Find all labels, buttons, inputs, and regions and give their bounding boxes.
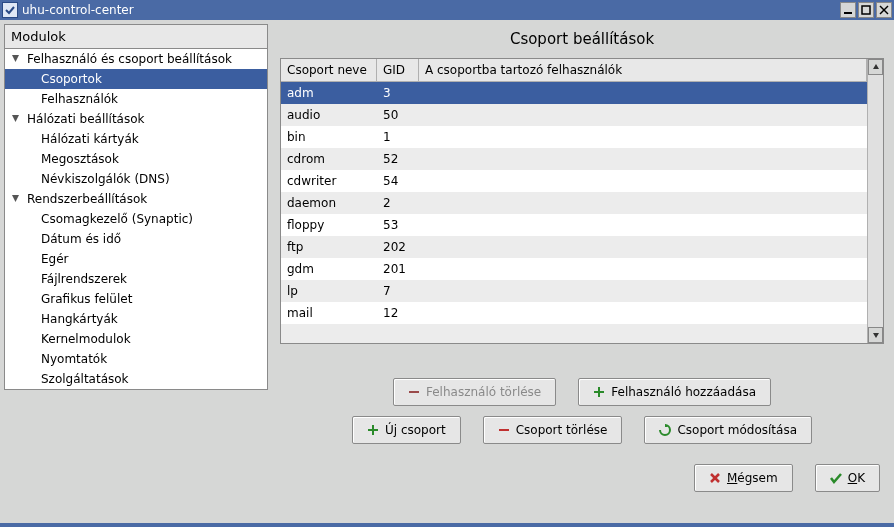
cell-group-name: floppy	[281, 218, 377, 232]
window-title: uhu-control-center	[22, 3, 838, 17]
tree-item[interactable]: Hangkártyák	[5, 309, 267, 329]
cell-group-name: adm	[281, 86, 377, 100]
tree-item[interactable]: Dátum és idő	[5, 229, 267, 249]
modify-group-label: Csoport módosítása	[677, 423, 797, 437]
scroll-track[interactable]	[868, 75, 883, 327]
scroll-down-icon[interactable]	[868, 327, 883, 343]
col-users[interactable]: A csoportba tartozó felhasználók	[419, 59, 867, 81]
delete-user-label: Felhasználó törlése	[426, 385, 541, 399]
table-header: Csoport neve GID A csoportba tartozó fel…	[281, 59, 867, 82]
col-gid[interactable]: GID	[377, 59, 419, 81]
minus-icon	[408, 386, 420, 398]
tree-item[interactable]: Egér	[5, 249, 267, 269]
modify-group-button[interactable]: Csoport módosítása	[644, 416, 812, 444]
cell-gid: 202	[377, 240, 419, 254]
svg-marker-4	[12, 55, 19, 62]
table-row[interactable]	[281, 324, 867, 343]
svg-marker-8	[873, 333, 879, 338]
table-row[interactable]: adm3	[281, 82, 867, 104]
chevron-down-icon	[11, 112, 23, 126]
svg-rect-11	[594, 391, 604, 393]
plus-icon	[593, 386, 605, 398]
table-row[interactable]: bin1	[281, 126, 867, 148]
svg-rect-9	[409, 391, 419, 393]
delete-group-label: Csoport törlése	[516, 423, 608, 437]
minimize-button[interactable]	[840, 2, 856, 18]
cell-group-name: ftp	[281, 240, 377, 254]
plus-icon	[367, 424, 379, 436]
cell-gid: 201	[377, 262, 419, 276]
cell-gid: 12	[377, 306, 419, 320]
table-row[interactable]: cdwriter54	[281, 170, 867, 192]
tree-item[interactable]: Nyomtatók	[5, 349, 267, 369]
cell-group-name: gdm	[281, 262, 377, 276]
new-group-button[interactable]: Új csoport	[352, 416, 461, 444]
cancel-icon	[709, 472, 721, 484]
sidebar-header: Modulok	[4, 24, 268, 49]
tree-item[interactable]: Névkiszolgálók (DNS)	[5, 169, 267, 189]
maximize-button[interactable]	[858, 2, 874, 18]
tree-category-label: Felhasználó és csoport beállítások	[27, 52, 232, 66]
tree-category[interactable]: Felhasználó és csoport beállítások	[5, 49, 267, 69]
tree-item[interactable]: Kernelmodulok	[5, 329, 267, 349]
tree-category-label: Rendszerbeállítások	[27, 192, 147, 206]
tree-category-label: Hálózati beállítások	[27, 112, 145, 126]
svg-rect-1	[862, 6, 870, 14]
page-title: Csoport beállítások	[280, 24, 884, 58]
table-row[interactable]: cdrom52	[281, 148, 867, 170]
tree-item[interactable]: Felhasználók	[5, 89, 267, 109]
table-row[interactable]: mail12	[281, 302, 867, 324]
cell-gid: 3	[377, 86, 419, 100]
table-row[interactable]: ftp202	[281, 236, 867, 258]
table-row[interactable]: audio50	[281, 104, 867, 126]
chevron-down-icon	[11, 52, 23, 66]
refresh-icon	[659, 424, 671, 436]
new-group-label: Új csoport	[385, 423, 446, 437]
cell-group-name: bin	[281, 130, 377, 144]
cancel-button[interactable]: Mégsem	[694, 464, 793, 492]
app-icon	[2, 2, 18, 18]
col-group-name[interactable]: Csoport neve	[281, 59, 377, 81]
close-button[interactable]	[876, 2, 892, 18]
tree-item[interactable]: Csoportok	[5, 69, 267, 89]
tree-item[interactable]: Hálózati kártyák	[5, 129, 267, 149]
tree-item[interactable]: Grafikus felület	[5, 289, 267, 309]
cell-group-name: mail	[281, 306, 377, 320]
cell-group-name: cdrom	[281, 152, 377, 166]
add-user-button[interactable]: Felhasználó hozzáadása	[578, 378, 771, 406]
svg-rect-13	[368, 429, 378, 431]
sidebar-tree[interactable]: Felhasználó és csoport beállításokCsopor…	[4, 49, 268, 390]
main-panel: Csoport beállítások Csoport neve GID A c…	[274, 24, 890, 519]
cell-gid: 2	[377, 196, 419, 210]
cell-group-name: audio	[281, 108, 377, 122]
table-row[interactable]: floppy53	[281, 214, 867, 236]
ok-label: OK	[848, 471, 865, 485]
tree-item[interactable]: Megosztások	[5, 149, 267, 169]
svg-marker-6	[12, 195, 19, 202]
tree-item[interactable]: Fájlrendszerek	[5, 269, 267, 289]
delete-user-button: Felhasználó törlése	[393, 378, 556, 406]
cell-gid: 50	[377, 108, 419, 122]
svg-marker-7	[873, 64, 879, 69]
sidebar: Modulok Felhasználó és csoport beállítás…	[4, 24, 268, 519]
table-scrollbar[interactable]	[867, 59, 883, 343]
delete-group-button[interactable]: Csoport törlése	[483, 416, 623, 444]
cell-gid: 52	[377, 152, 419, 166]
ok-icon	[830, 472, 842, 484]
cell-gid: 7	[377, 284, 419, 298]
tree-item[interactable]: Csomagkezelő (Synaptic)	[5, 209, 267, 229]
cell-group-name: lp	[281, 284, 377, 298]
ok-button[interactable]: OK	[815, 464, 880, 492]
tree-item[interactable]: Szolgáltatások	[5, 369, 267, 389]
tree-category[interactable]: Rendszerbeállítások	[5, 189, 267, 209]
table-row[interactable]: daemon2	[281, 192, 867, 214]
svg-marker-5	[12, 115, 19, 122]
table-row[interactable]: lp7	[281, 280, 867, 302]
table-row[interactable]: gdm201	[281, 258, 867, 280]
window-border-bottom	[0, 523, 894, 527]
cell-gid: 1	[377, 130, 419, 144]
scroll-up-icon[interactable]	[868, 59, 883, 75]
tree-category[interactable]: Hálózati beállítások	[5, 109, 267, 129]
minus-icon	[498, 424, 510, 436]
table-body[interactable]: adm3audio50bin1cdrom52cdwriter54daemon2f…	[281, 82, 867, 343]
